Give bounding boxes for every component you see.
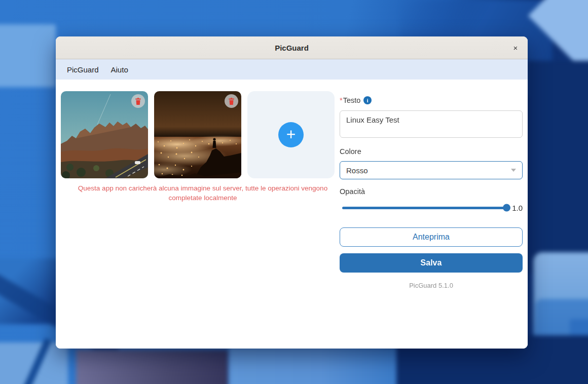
preview-button[interactable]: Anteprima (340, 227, 523, 247)
plus-icon: + (286, 126, 296, 142)
color-select[interactable]: Rosso (340, 161, 523, 179)
info-icon[interactable]: i (363, 96, 372, 104)
menu-picguard[interactable]: PicGuard (62, 63, 104, 76)
window-title: PicGuard (275, 44, 309, 52)
opacity-slider[interactable] (342, 207, 507, 209)
image-thumbnail-night-city[interactable] (154, 91, 241, 178)
opacity-value: 1.0 (512, 204, 523, 212)
delete-image-button[interactable] (225, 94, 238, 108)
color-field-label: Colore (340, 147, 361, 156)
opacity-slider-row: 1.0 (340, 203, 523, 213)
menu-bar: PicGuard Aiuto (56, 59, 528, 80)
window-content: + Questa app non caricherà alcuna immagi… (56, 80, 528, 349)
title-bar[interactable]: PicGuard × (56, 36, 528, 59)
opacity-field-label: Opacità (340, 187, 365, 196)
save-button[interactable]: Salva (340, 253, 523, 273)
picguard-window: PicGuard × PicGuard Aiuto (56, 36, 528, 349)
opacity-slider-thumb[interactable] (503, 204, 510, 212)
add-image-tile[interactable]: + (247, 91, 335, 178)
trash-icon (228, 98, 235, 105)
trash-icon (135, 98, 141, 105)
required-mark: * (340, 96, 343, 104)
privacy-notice: Questa app non caricherà alcuna immagine… (71, 184, 335, 203)
watermark-text-input[interactable]: Linux Easy Test (340, 110, 523, 138)
close-icon[interactable]: × (508, 41, 523, 55)
delete-image-button[interactable] (131, 94, 145, 108)
menu-aiuto[interactable]: Aiuto (106, 63, 133, 76)
image-thumbnail-desert[interactable] (61, 91, 148, 178)
text-field-label: *Testo i (340, 96, 372, 104)
add-image-button[interactable]: + (278, 122, 304, 147)
color-select-value: Rosso (346, 166, 511, 175)
chevron-down-icon (511, 169, 516, 172)
app-version: PicGuard 5.1.0 (340, 282, 523, 289)
